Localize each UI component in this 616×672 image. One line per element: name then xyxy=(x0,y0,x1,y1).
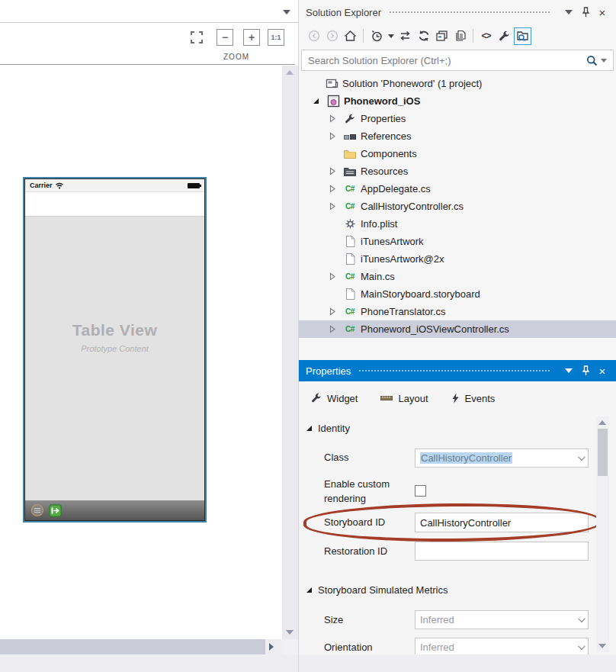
scroll-down-icon[interactable] xyxy=(286,630,294,635)
identity-section-header[interactable]: Identity xyxy=(306,423,350,434)
expander-collapsed-icon[interactable] xyxy=(326,272,338,281)
zoom-out-button[interactable]: − xyxy=(217,29,233,46)
tree-item[interactable]: MainStoryboard.storyboard xyxy=(299,285,616,303)
view-code-button[interactable]: <> xyxy=(477,27,495,45)
pin-button[interactable] xyxy=(579,5,592,19)
zoom-actual-size-button[interactable]: 1:1 xyxy=(268,29,284,46)
scroll-right-icon[interactable] xyxy=(269,643,274,651)
pin-button[interactable] xyxy=(579,364,592,378)
designer-bottom-strip xyxy=(0,654,298,672)
properties-title: Properties xyxy=(306,365,351,377)
document-tabs-dropdown-icon[interactable] xyxy=(283,10,290,14)
tree-item[interactable]: Components xyxy=(299,145,616,162)
view-controller-phone-mockup[interactable]: Carrier Table View Prototype Content xyxy=(23,177,207,522)
pin-icon xyxy=(581,7,591,18)
properties-header[interactable]: Properties × xyxy=(299,360,616,381)
restoration-id-value[interactable] xyxy=(420,545,583,557)
tab-events[interactable]: Events xyxy=(451,393,496,404)
sync-with-active-document-button[interactable] xyxy=(514,27,531,45)
tab-layout-label: Layout xyxy=(398,393,428,404)
window-menu-button[interactable] xyxy=(562,364,576,378)
tree-item[interactable]: C#CallHistoryController.cs xyxy=(299,198,616,215)
expander-collapsed-icon[interactable] xyxy=(326,185,338,193)
expander-expanded-icon[interactable] xyxy=(310,98,322,104)
filter-dropdown-button[interactable] xyxy=(386,27,396,45)
solution-explorer-title: Solution Explorer xyxy=(306,7,381,18)
search-options-icon[interactable] xyxy=(601,59,607,63)
designer-vertical-scrollbar[interactable] xyxy=(282,66,298,639)
collapse-all-button[interactable] xyxy=(433,27,451,45)
wrench-icon xyxy=(343,114,357,124)
wifi-icon xyxy=(55,182,64,189)
tree-item[interactable]: Phoneword_iOS xyxy=(299,92,616,110)
close-button[interactable]: × xyxy=(595,364,609,378)
expander-collapsed-icon[interactable] xyxy=(326,167,338,175)
tree-item[interactable]: C#AppDelegate.cs xyxy=(299,180,616,198)
expander-collapsed-icon[interactable] xyxy=(326,132,338,140)
segue-exit-icon[interactable] xyxy=(49,504,62,517)
refresh-button[interactable] xyxy=(415,27,432,45)
properties-tabs: Widget Layout Events xyxy=(299,381,616,415)
chevron-down-icon xyxy=(578,642,586,650)
scroll-up-icon[interactable] xyxy=(598,420,606,425)
toolbar-separator xyxy=(363,29,364,43)
zoom-in-button[interactable]: + xyxy=(243,29,260,46)
tree-item-label: Phoneword_iOSViewController.cs xyxy=(361,323,509,335)
restoration-id-input[interactable] xyxy=(415,542,589,561)
tree-item[interactable]: C#Phoneword_iOSViewController.cs xyxy=(299,320,616,338)
tree-item-label: Main.cs xyxy=(361,271,395,282)
expander-collapsed-icon[interactable] xyxy=(326,114,338,123)
tree-item-label: iTunesArtwork@2x xyxy=(361,253,444,265)
storyboard-id-label: Storyboard ID xyxy=(324,516,385,528)
solution-search-input[interactable]: Search Solution Explorer (Ctrl+;) xyxy=(301,50,614,71)
tree-item[interactable]: iTunesArtwork@2x xyxy=(299,250,616,268)
tab-layout[interactable]: Layout xyxy=(380,393,428,404)
storyboard-id-value[interactable] xyxy=(420,517,583,529)
tree-item[interactable]: iTunesArtwork xyxy=(299,233,616,250)
search-icon[interactable] xyxy=(586,55,598,66)
storyboard-id-input[interactable] xyxy=(415,513,589,532)
scroll-up-icon[interactable] xyxy=(286,70,294,75)
phone-bottom-toolbar xyxy=(25,500,204,520)
tree-item[interactable]: Solution 'Phoneword' (1 project) xyxy=(299,75,616,92)
minus-icon: − xyxy=(222,31,228,43)
tree-item[interactable]: Resources xyxy=(299,162,616,180)
csharp-icon: C# xyxy=(343,185,357,193)
back-button[interactable] xyxy=(305,27,322,45)
properties-button[interactable] xyxy=(496,27,513,45)
scrollbar-thumb[interactable] xyxy=(0,639,265,654)
show-all-files-button[interactable] xyxy=(451,27,469,45)
pending-changes-filter-button[interactable] xyxy=(367,27,385,45)
tree-item[interactable]: References xyxy=(299,127,616,145)
tree-item[interactable]: Properties xyxy=(299,110,616,127)
table-view-title: Table View xyxy=(72,321,158,339)
size-combobox[interactable]: Inferred xyxy=(415,610,589,629)
solution-explorer-header[interactable]: Solution Explorer × xyxy=(299,0,616,24)
metrics-section-header[interactable]: Storyboard Simulated Metrics xyxy=(306,584,448,596)
table-view[interactable]: Table View Prototype Content xyxy=(25,216,204,500)
scroll-down-icon[interactable] xyxy=(598,644,606,648)
design-canvas[interactable]: Carrier Table View Prototype Content xyxy=(0,66,281,639)
enable-custom-rendering-checkbox[interactable] xyxy=(415,485,426,497)
scrollbar-thumb[interactable] xyxy=(598,429,608,476)
tree-item[interactable]: C#Main.cs xyxy=(299,268,616,285)
properties-scrollbar[interactable] xyxy=(596,416,609,652)
tree-item[interactable]: Info.plist xyxy=(299,215,616,233)
close-button[interactable]: × xyxy=(595,5,609,19)
phone-nav-area xyxy=(25,192,204,216)
expander-collapsed-icon[interactable] xyxy=(326,202,338,211)
tree-item[interactable]: C#PhoneTranslator.cs xyxy=(299,303,616,320)
list-circle-icon[interactable] xyxy=(30,503,44,517)
class-label: Class xyxy=(324,452,349,463)
sync-views-button[interactable] xyxy=(396,27,414,45)
window-menu-button[interactable] xyxy=(562,5,576,19)
forward-button[interactable] xyxy=(323,27,341,45)
tab-widget[interactable]: Widget xyxy=(311,393,358,404)
class-combobox[interactable]: CallHistoryController xyxy=(415,449,589,468)
expanded-icon xyxy=(306,587,312,593)
designer-horizontal-scrollbar[interactable] xyxy=(0,639,282,654)
expander-collapsed-icon[interactable] xyxy=(326,325,338,333)
home-button[interactable] xyxy=(342,27,359,45)
expander-collapsed-icon[interactable] xyxy=(326,307,338,316)
zoom-fit-button[interactable] xyxy=(188,29,205,46)
